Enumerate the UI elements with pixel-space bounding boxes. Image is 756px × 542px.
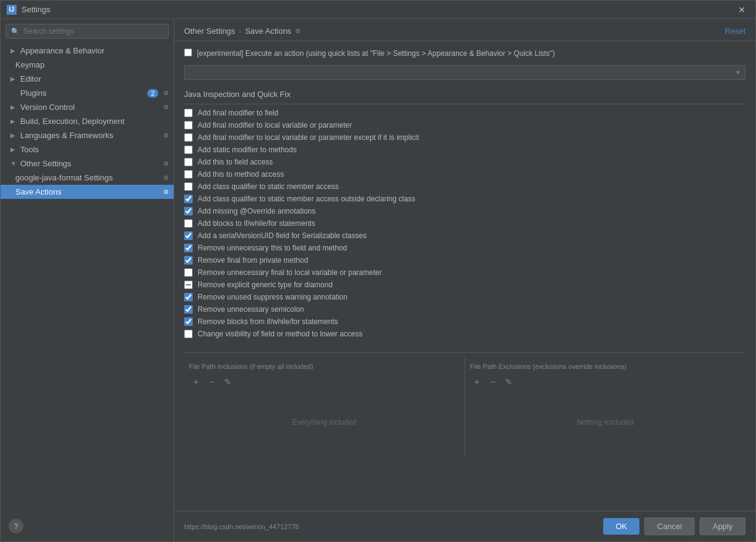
exclusions-add-button[interactable]: + — [470, 375, 484, 389]
cb10-label: Add a serialVersionUID field for Seriali… — [198, 231, 366, 240]
sidebar-item-label: Tools — [20, 145, 39, 154]
exclusions-remove-button[interactable]: − — [486, 375, 500, 389]
help-button[interactable]: ? — [9, 519, 23, 533]
sidebar-item-label: Save Actions — [15, 187, 61, 196]
ok-button[interactable]: OK — [603, 518, 639, 535]
java-inspection-title: Java Inspection and Quick Fix — [184, 90, 746, 99]
sidebar-item-plugins[interactable]: ▶ Plugins 2 ⚙ — [1, 86, 174, 100]
content-panel: Other Settings › Save Actions ⚙ Reset [e… — [174, 19, 755, 541]
sidebar-item-build[interactable]: ▶ Build, Execution, Deployment — [1, 114, 174, 128]
cb4[interactable] — [184, 158, 193, 166]
checkbox-add-final-local: Add final modifier to local variable or … — [184, 119, 746, 131]
arrow-icon: ▶ — [10, 146, 18, 153]
inclusions-empty-label: Everything included — [189, 393, 460, 451]
checkbox-remove-diamond: Remove explicit generic type for diamond — [184, 279, 746, 291]
arrow-icon: ▼ — [10, 160, 18, 167]
breadcrumb-bar: Other Settings › Save Actions ⚙ Reset — [174, 19, 755, 41]
settings-icon: ⚙ — [163, 160, 169, 167]
cb9[interactable] — [184, 219, 193, 228]
cb9-label: Add blocks to if/while/for statements — [198, 219, 315, 228]
experimental-checkbox[interactable] — [184, 48, 192, 56]
file-path-section: File Path Inclusions (if empty all inclu… — [184, 352, 746, 456]
cb12[interactable] — [184, 256, 193, 265]
inclusions-edit-button[interactable]: ✎ — [221, 375, 234, 389]
sidebar-item-google-java[interactable]: google-java-format Settings ⚙ — [1, 171, 174, 185]
cb13-label: Remove unnecessary final to local variab… — [198, 268, 382, 277]
cb14-label: Remove explicit generic type for diamond — [198, 281, 333, 289]
checkbox-add-override: Add missing @Override annotations — [184, 205, 746, 217]
inclusions-remove-button[interactable]: − — [205, 375, 218, 389]
settings-icon: ⚙ — [163, 104, 169, 110]
sidebar-item-editor[interactable]: ▶ Editor — [1, 72, 174, 86]
sidebar-item-label: Editor — [20, 74, 41, 83]
cb14[interactable] — [184, 281, 193, 289]
checkbox-add-serial: Add a serialVersionUID field for Seriali… — [184, 230, 746, 242]
sidebar-item-other-settings[interactable]: ▼ Other Settings ⚙ — [1, 157, 174, 171]
checkbox-remove-semicolon: Remove unnecessary semicolon — [184, 303, 746, 316]
sidebar-item-keymap[interactable]: Keymap — [1, 58, 174, 72]
title-bar: IJ Settings ✕ — [1, 1, 755, 19]
cb17[interactable] — [184, 317, 193, 326]
checkbox-add-this-field: Add this to field access — [184, 156, 746, 168]
sidebar-item-label: Appearance & Behavior — [20, 46, 104, 55]
cancel-button[interactable]: Cancel — [644, 517, 695, 535]
cb7[interactable] — [184, 195, 193, 203]
close-button[interactable]: ✕ — [735, 4, 749, 16]
cb11[interactable] — [184, 244, 193, 252]
cb15-label: Remove unused suppress warning annotatio… — [198, 293, 347, 301]
sidebar-item-languages[interactable]: ▶ Languages & Frameworks ⚙ — [1, 128, 174, 142]
cb3[interactable] — [184, 145, 193, 154]
cb2-label: Add final modifier to local variable or … — [198, 133, 419, 142]
exclusions-edit-button[interactable]: ✎ — [502, 375, 515, 389]
exclusions-title: File Path Exclusions (exclusions overrid… — [470, 363, 741, 370]
settings-icon: ⚙ — [163, 132, 169, 139]
cb6[interactable] — [184, 182, 193, 191]
dropdown-wrapper — [184, 65, 746, 80]
checkbox-add-blocks: Add blocks to if/while/for statements — [184, 217, 746, 230]
action-dropdown[interactable] — [184, 65, 746, 80]
sidebar-item-label: Keymap — [15, 60, 45, 69]
dropdown-row — [184, 65, 746, 80]
checkbox-remove-blocks: Remove blocks from if/while/for statemen… — [184, 316, 746, 328]
app-icon: IJ — [7, 5, 17, 15]
checkbox-add-final-field: Add final modifier to field — [184, 107, 746, 119]
cb11-label: Remove unnecessary this to field and met… — [198, 244, 347, 252]
cb8-label: Add missing @Override annotations — [198, 207, 315, 215]
cb18[interactable] — [184, 330, 193, 338]
cb6-label: Add class qualifier to static member acc… — [198, 182, 339, 191]
experimental-row: [experimental] Execute an action (using … — [184, 48, 746, 59]
arrow-icon: ▶ — [10, 47, 18, 54]
bottom-bar: https://blog.csdn.net/weixin_44712778 OK… — [174, 511, 755, 541]
inclusions-add-button[interactable]: + — [189, 375, 202, 389]
search-input[interactable] — [23, 27, 163, 36]
sidebar-item-appearance-behavior[interactable]: ▶ Appearance & Behavior — [1, 44, 174, 58]
sidebar-item-label: Other Settings — [20, 159, 71, 168]
checkbox-remove-suppress: Remove unused suppress warning annotatio… — [184, 291, 746, 303]
arrow-icon: ▶ — [10, 104, 18, 110]
cb0[interactable] — [184, 109, 193, 117]
cb13[interactable] — [184, 268, 193, 277]
breadcrumb-current: Save Actions — [245, 26, 291, 36]
help-label: ? — [14, 522, 18, 531]
cb2[interactable] — [184, 133, 193, 142]
apply-button[interactable]: Apply — [700, 517, 746, 535]
sidebar-item-label: Build, Execution, Deployment — [20, 117, 125, 126]
cb8[interactable] — [184, 207, 193, 215]
cb5[interactable] — [184, 170, 193, 179]
main-content: 🔍 ▶ Appearance & Behavior Keymap ▶ Edito… — [1, 19, 755, 541]
sidebar-item-save-actions[interactable]: Save Actions ⚙ — [1, 185, 174, 199]
settings-scroll-area[interactable]: [experimental] Execute an action (using … — [174, 41, 755, 511]
reset-link[interactable]: Reset — [725, 26, 746, 36]
cb15[interactable] — [184, 293, 193, 301]
cb10[interactable] — [184, 231, 193, 240]
window-title: Settings — [21, 5, 735, 14]
sidebar-item-tools[interactable]: ▶ Tools — [1, 142, 174, 157]
sidebar-item-version-control[interactable]: ▶ Version Control ⚙ — [1, 100, 174, 114]
checkbox-change-visibility: Change visibility of field or method to … — [184, 328, 746, 340]
cb16[interactable] — [184, 305, 193, 314]
search-box[interactable]: 🔍 — [6, 24, 169, 39]
cb16-label: Remove unnecessary semicolon — [198, 305, 304, 314]
cb1[interactable] — [184, 121, 193, 130]
status-url: https://blog.csdn.net/weixin_44712778 — [184, 523, 598, 530]
checkbox-add-class-qualifier: Add class qualifier to static member acc… — [184, 180, 746, 193]
